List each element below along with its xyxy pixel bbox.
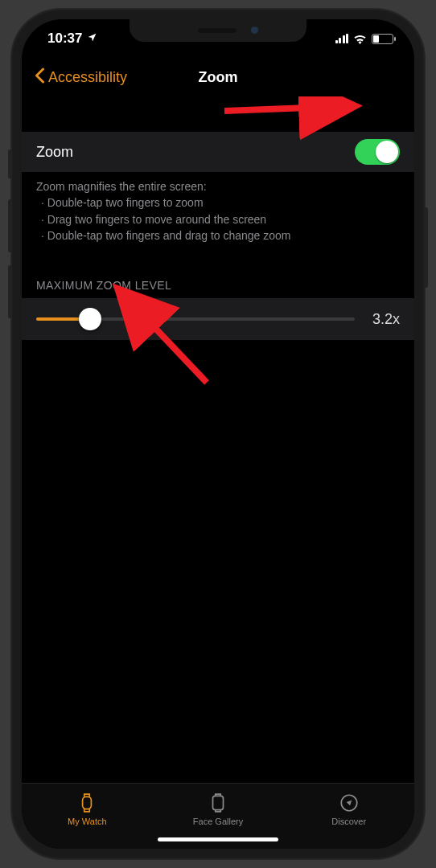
- zoom-toggle[interactable]: [355, 139, 400, 165]
- svg-line-0: [224, 106, 350, 111]
- toggle-knob: [376, 141, 398, 163]
- tab-face-gallery[interactable]: Face Gallery: [153, 784, 284, 834]
- status-left: 10:37: [47, 31, 97, 47]
- tab-my-watch[interactable]: My Watch: [22, 784, 153, 834]
- svg-line-1: [121, 293, 207, 383]
- wifi-icon: [353, 34, 367, 44]
- compass-icon: [339, 792, 360, 813]
- notch: [130, 19, 306, 42]
- side-button: [424, 207, 428, 288]
- zoom-level-value: 3.2x: [366, 311, 400, 328]
- face-gallery-icon: [208, 792, 228, 813]
- side-button: [8, 265, 12, 318]
- tab-label: Discover: [331, 817, 366, 826]
- home-indicator[interactable]: [158, 837, 278, 841]
- content: Zoom Zoom magnifies the entire screen: D…: [22, 96, 414, 783]
- help-heading: Zoom magnifies the entire screen:: [36, 178, 400, 194]
- back-label: Accessibility: [48, 69, 127, 86]
- help-text: Zoom magnifies the entire screen: Double…: [22, 172, 414, 244]
- svg-rect-3: [213, 796, 224, 809]
- status-time: 10:37: [47, 31, 82, 47]
- chevron-left-icon: [35, 68, 45, 88]
- side-button: [8, 149, 12, 178]
- help-line: Drag two fingers to move around the scre…: [41, 211, 400, 227]
- cellular-signal-icon: [335, 34, 349, 43]
- tab-discover[interactable]: Discover: [283, 784, 414, 834]
- svg-rect-2: [83, 796, 92, 809]
- tab-label: Face Gallery: [193, 817, 243, 826]
- annotation-arrow-slider: [109, 280, 221, 395]
- zoom-row-label: Zoom: [36, 144, 73, 161]
- help-line: Double-tap two fingers and drag to chang…: [41, 227, 400, 244]
- tab-label: My Watch: [68, 817, 107, 826]
- watch-icon: [76, 792, 97, 813]
- zoom-toggle-row[interactable]: Zoom: [22, 132, 414, 172]
- phone-frame: 10:37 Accessibility: [10, 8, 426, 860]
- nav-bar: Accessibility Zoom: [22, 58, 414, 96]
- slider-thumb[interactable]: [79, 308, 101, 330]
- page-title: Zoom: [199, 69, 238, 86]
- location-icon: [87, 31, 97, 47]
- battery-icon: [372, 34, 393, 44]
- screen: 10:37 Accessibility: [22, 19, 414, 849]
- annotation-arrow-toggle: [221, 96, 366, 133]
- help-line: Double-tap two fingers to zoom: [41, 194, 400, 211]
- status-right: [335, 34, 394, 44]
- side-button: [8, 199, 12, 252]
- back-button[interactable]: Accessibility: [35, 58, 127, 96]
